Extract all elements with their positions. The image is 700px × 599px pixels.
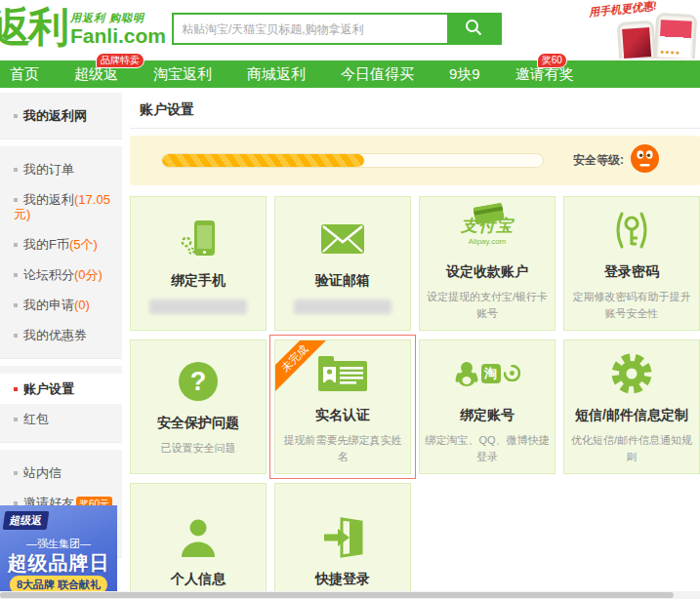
header: 返利 用返利 购聪明 Fanli.com 用手机更优惠! ●●●● — [0, 0, 700, 60]
sidebar-item-1-5[interactable]: 我的优惠券 — [0, 320, 122, 350]
settings-card-alipay[interactable]: 支付宝 Alipay.com 设定收款账户设定提现的支付宝/银行卡账号 — [419, 196, 556, 331]
security-level-banner: 安全等级: — [130, 136, 700, 185]
sidebar-promo-banner[interactable]: 超级返 —强生集团— 超级品牌日 8大品牌 联合献礼 — [0, 505, 117, 599]
question-icon-holder: ? — [177, 356, 220, 407]
nav-item-label: 商城返利 — [247, 65, 306, 82]
sidebar-item-value: (0) — [74, 298, 90, 312]
mobile-app-promo-banner[interactable]: 用手机更优惠! ●●●● — [587, 0, 700, 59]
sidebar-item-1-2[interactable]: 我的F币(5个) — [0, 229, 122, 260]
gear-icon-holder — [609, 348, 654, 399]
promo-text: 用手机更优惠! — [588, 0, 657, 20]
logo-cn-text: 返利 — [0, 6, 66, 49]
banner-title: 超级品牌日 — [0, 550, 117, 577]
gear-icon — [609, 351, 654, 396]
nav-item-6[interactable]: 9块9 — [449, 65, 480, 84]
nav-item-7[interactable]: 邀请有奖奖60 — [515, 65, 574, 84]
phone-gear-icon — [177, 217, 220, 261]
card-title: 绑定账号 — [460, 407, 515, 424]
nav-item-4[interactable]: 商城返利 — [247, 65, 306, 84]
search-input[interactable] — [174, 15, 447, 43]
nav-item-label: 首页 — [10, 65, 39, 82]
page-title: 账户设置 — [130, 98, 700, 129]
nav-item-5[interactable]: 今日值得买 — [341, 65, 414, 84]
settings-card-mail[interactable]: 验证邮箱 — [274, 196, 411, 331]
bullet-icon — [14, 273, 18, 277]
security-level-label: 安全等级: — [573, 152, 624, 169]
card-description: 定期修改密码有助于提升账号安全性 — [564, 289, 699, 322]
sidebar-item-label: 我的优惠券 — [23, 328, 87, 342]
qq-icon — [455, 360, 478, 387]
sidebar-item-value: (0分) — [74, 267, 103, 282]
bullet-icon — [14, 334, 18, 338]
phone-icon-holder — [177, 214, 220, 264]
horizontal-scrollbar[interactable] — [0, 591, 700, 599]
bullet-icon — [14, 418, 18, 421]
search-icon — [464, 18, 483, 40]
settings-card-exit[interactable]: 快捷登录 — [274, 483, 411, 599]
security-progress-bar — [161, 153, 544, 168]
envelope-icon — [320, 223, 365, 255]
fanli-logo[interactable]: 返利 用返利 购聪明 Fanli.com — [0, 6, 166, 49]
person-icon — [178, 517, 219, 558]
page: 返利 用返利 购聪明 Fanli.com 用手机更优惠! ●●●● — [0, 0, 700, 599]
nav-item-label: 淘宝返利 — [153, 65, 212, 82]
card-description: 绑定淘宝、QQ、微博快捷登录 — [420, 432, 555, 465]
sidebar-item-1-4[interactable]: 我的申请(0) — [0, 290, 122, 320]
sidebar-item-label: 我的F币 — [23, 237, 69, 252]
card-description: 已设置安全问题 — [156, 440, 241, 457]
svg-text:?: ? — [190, 367, 207, 396]
sidebar-item-1-0[interactable]: 我的订单 — [0, 154, 122, 184]
card-description: 提现前需要先绑定真实姓名 — [275, 432, 410, 465]
sidebar-item-1-1[interactable]: 我的返利(17.05元) — [0, 184, 122, 229]
card-title: 绑定手机 — [171, 272, 226, 290]
nav-item-1[interactable]: 首页 — [10, 65, 39, 84]
card-description: 设定提现的支付宝/银行卡账号 — [420, 289, 555, 322]
settings-card-grid: 绑定手机 验证邮箱 支付宝 Alipay.com 设定收款账户设定提现的支付宝/… — [130, 196, 700, 599]
search-button[interactable] — [447, 15, 500, 43]
sidebar-item-3-0[interactable]: 站内信 — [0, 458, 122, 488]
card-title: 快捷登录 — [315, 571, 370, 588]
sidebar-item-2-1[interactable]: 红包 — [0, 404, 122, 434]
bullet-icon — [14, 501, 18, 505]
nav-item-2[interactable]: 超级返品牌特卖 — [74, 65, 118, 84]
nav-item-badge: 品牌特卖 — [96, 53, 144, 68]
settings-card-question[interactable]: ? 安全保护问题已设置安全问题 — [130, 339, 267, 474]
logo-side: 用返利 购聪明 Fanli.com — [70, 6, 166, 47]
bullet-icon — [14, 303, 18, 307]
taobao-icon: 淘 — [481, 364, 501, 383]
nav-item-3[interactable]: 淘宝返利 — [153, 65, 212, 84]
nav-item-label: 今日值得买 — [341, 65, 414, 82]
sidebar-item-2-0[interactable]: 账户设置 — [0, 374, 122, 404]
masked-private-value — [294, 300, 391, 314]
card-title: 设定收款账户 — [446, 263, 528, 281]
phone-image — [617, 20, 657, 59]
settings-card-phone[interactable]: 绑定手机 — [130, 196, 267, 331]
bullet-icon — [14, 168, 18, 172]
sidebar-group: 我的返利网 — [0, 93, 122, 140]
search-box — [172, 13, 502, 45]
settings-card-key[interactable]: 登录密码定期修改密码有助于提升账号安全性 — [563, 196, 700, 331]
scrollbar-thumb[interactable] — [0, 592, 674, 598]
sidebar-item-label: 我的返利网 — [23, 108, 87, 123]
security-progress-fill — [162, 154, 364, 167]
sidebar-item-label: 我的订单 — [23, 162, 74, 177]
sidebar: 我的返利网我的订单我的返利(17.05元)我的F币(5个)论坛积分(0分)我的申… — [0, 93, 122, 599]
card-title: 验证邮箱 — [315, 272, 370, 290]
sidebar-item-label: 红包 — [23, 412, 49, 426]
card-title: 实名认证 — [315, 407, 370, 424]
sidebar-item-1-3[interactable]: 论坛积分(0分) — [0, 260, 122, 290]
settings-card-person[interactable]: 个人信息 — [130, 483, 267, 599]
settings-card-social[interactable]: 淘 绑定账号绑定淘宝、QQ、微博快捷登录 — [419, 339, 556, 474]
security-face-icon — [630, 143, 660, 178]
nav-item-badge: 奖60 — [537, 53, 567, 68]
settings-card-idcard[interactable]: 未完成 实名认证提现前需要先绑定真实姓名 — [274, 339, 411, 474]
sidebar-item-0-0[interactable]: 我的返利网 — [0, 100, 122, 131]
settings-card-gear[interactable]: 短信/邮件信息定制优化短信/邮件信息通知规则 — [563, 339, 700, 474]
masked-private-value — [149, 300, 247, 314]
logo-domain: Fanli.com — [70, 25, 166, 47]
card-title: 短信/邮件信息定制 — [575, 407, 688, 424]
quick-login-door-icon — [320, 517, 365, 558]
bullet-icon — [14, 243, 18, 247]
sidebar-group: 我的订单我的返利(17.05元)我的F币(5个)论坛积分(0分)我的申请(0)我… — [0, 146, 122, 359]
sidebar-item-label: 我的返利 — [23, 192, 74, 207]
